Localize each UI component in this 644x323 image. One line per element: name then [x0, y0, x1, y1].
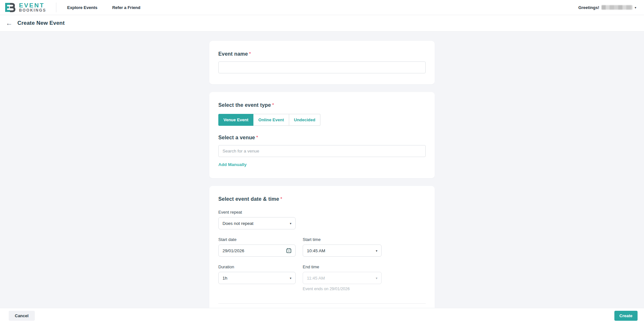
end-time-select: 11:45 AM ▾: [303, 272, 382, 284]
event-repeat-value: Does not repeat: [223, 221, 253, 226]
end-time-value: 11:45 AM: [307, 276, 325, 281]
event-name-heading: Event name*: [218, 51, 426, 57]
chevron-down-icon: ▾: [290, 276, 291, 280]
main-nav: Explore Events Refer a Friend: [67, 5, 140, 10]
event-bookings-logo[interactable]: EVENT BOOKINGS: [5, 2, 46, 13]
start-date-input[interactable]: 29/01/2026: [218, 245, 296, 257]
action-footer: Cancel Create: [0, 308, 644, 323]
chevron-down-icon: ▾: [290, 222, 291, 225]
select-venue-label: Select a venue: [218, 135, 255, 140]
page-header: ← Create New Event: [0, 15, 644, 32]
start-time-label: Start time: [303, 237, 382, 242]
add-manually-link[interactable]: Add Manually: [218, 162, 247, 167]
event-type-undecided-button[interactable]: Undecided: [289, 114, 320, 126]
nav-explore-events[interactable]: Explore Events: [67, 5, 98, 10]
duration-select[interactable]: 1h ▾: [218, 272, 296, 284]
event-name-input[interactable]: [218, 61, 426, 73]
section-divider: [218, 303, 426, 304]
duration-value: 1h: [223, 276, 227, 281]
form-content: Event name* Select the event type* Venue…: [0, 32, 644, 323]
chevron-down-icon: ▾: [376, 249, 377, 253]
duration-label: Duration: [218, 264, 296, 269]
datetime-label: Select event date & time: [218, 196, 279, 202]
required-asterisk: *: [256, 135, 258, 140]
user-greeting[interactable]: Greetings! ▾: [578, 5, 636, 10]
page-title: Create New Event: [17, 20, 65, 26]
event-type-segmented-control: Venue Event Online Event Undecided: [218, 114, 320, 126]
user-name-redacted: [601, 5, 632, 10]
nav-refer-a-friend[interactable]: Refer a Friend: [112, 5, 140, 10]
required-asterisk: *: [272, 102, 274, 107]
start-time-value: 10:45 AM: [307, 248, 325, 253]
select-venue-heading: Select a venue*: [218, 135, 426, 141]
end-time-label: End time: [303, 264, 382, 269]
start-date-label: Start date: [218, 237, 296, 242]
event-type-venue-button[interactable]: Venue Event: [218, 114, 253, 126]
logo-line-event: EVENT: [19, 2, 46, 8]
event-name-card: Event name*: [209, 41, 435, 84]
required-asterisk: *: [249, 51, 251, 56]
event-type-label: Select the event type: [218, 102, 271, 108]
cancel-button[interactable]: Cancel: [9, 311, 35, 321]
start-time-select[interactable]: 10:45 AM ▾: [303, 245, 382, 257]
logo-line-bookings: BOOKINGS: [19, 8, 46, 13]
event-type-card: Select the event type* Venue Event Onlin…: [209, 92, 435, 178]
venue-search-input[interactable]: [218, 145, 426, 157]
event-type-online-button[interactable]: Online Event: [253, 114, 289, 126]
event-repeat-select[interactable]: Does not repeat ▾: [218, 217, 296, 229]
create-button[interactable]: Create: [614, 311, 638, 321]
greeting-label: Greetings!: [578, 5, 599, 10]
chevron-down-icon[interactable]: ▾: [635, 5, 636, 9]
nav-divider: [56, 3, 56, 12]
create-event-page: EVENT BOOKINGS Explore Events Refer a Fr…: [0, 0, 644, 323]
event-repeat-label: Event repeat: [218, 210, 426, 215]
chevron-down-icon: ▾: [376, 276, 377, 280]
top-navbar: EVENT BOOKINGS Explore Events Refer a Fr…: [0, 0, 644, 15]
event-ends-helper-text: Event ends on 29/01/2026: [303, 287, 382, 291]
back-arrow-button[interactable]: ←: [6, 20, 13, 26]
calendar-icon[interactable]: [286, 248, 291, 253]
eb-logo-icon: [5, 2, 16, 13]
required-asterisk: *: [280, 196, 282, 201]
event-name-label: Event name: [218, 51, 248, 57]
start-date-value: 29/01/2026: [223, 248, 244, 253]
event-datetime-card: Select event date & time* Event repeat D…: [209, 186, 435, 323]
datetime-heading: Select event date & time*: [218, 196, 426, 202]
duration-row: Duration 1h ▾ End time 11:45 AM ▾ Event …: [218, 257, 426, 291]
start-row: Start date 29/01/2026 Start time: [218, 229, 426, 257]
logo-text: EVENT BOOKINGS: [19, 2, 46, 13]
event-type-heading: Select the event type*: [218, 102, 426, 108]
